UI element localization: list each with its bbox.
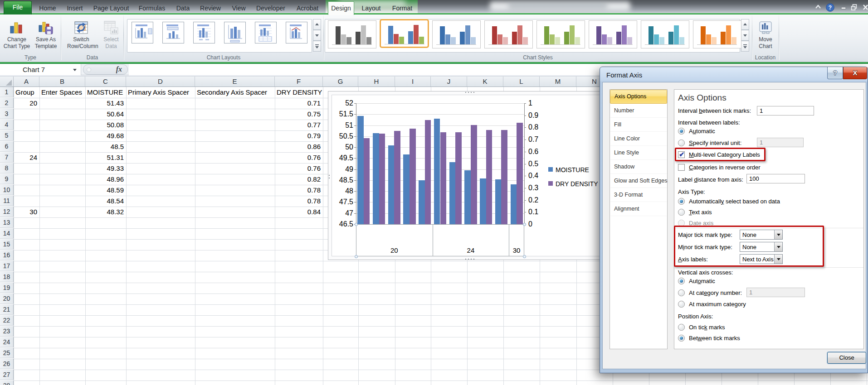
row-header-10[interactable]: 10 [0,185,14,195]
cell-E1[interactable]: Secondary Axis Spacer [197,88,273,96]
cell-F12[interactable]: 0.84 [277,208,321,216]
categories-reverse-checkbox[interactable] [678,164,685,171]
nav-line-style[interactable]: Line Style [610,146,667,160]
row-header-18[interactable]: 18 [0,272,14,282]
chart-style-orange[interactable] [693,20,741,48]
chart-layout-thumb-3[interactable] [193,22,215,43]
interval-ticks-input[interactable]: 1 [757,106,814,116]
window-restore-button[interactable] [849,3,859,12]
cell-C4[interactable]: 50.08 [87,121,124,129]
row-header-26[interactable]: 26 [0,359,14,369]
nav-shadow[interactable]: Shadow [610,160,667,174]
cell-F3[interactable]: 0.75 [277,110,321,118]
specify-interval-radio[interactable] [678,140,685,146]
column-header-K[interactable]: K [467,77,503,87]
row-header-5[interactable]: 5 [0,130,14,141]
minimize-ribbon-button[interactable] [813,3,823,12]
row-header-25[interactable]: 25 [0,348,14,358]
cell-F5[interactable]: 0.79 [277,132,321,140]
tab-view[interactable]: View [227,1,250,13]
cell-C5[interactable]: 49.68 [87,132,124,140]
chart-styles-scroll-up-button[interactable] [741,19,749,30]
chart-layouts-scroll-more-button[interactable] [313,41,321,52]
column-header-B[interactable]: B [39,77,85,87]
bar-dry-density-2[interactable] [379,134,385,224]
nav-fill[interactable]: Fill [610,118,667,132]
row-header-16[interactable]: 16 [0,250,14,260]
bar-moisture-7[interactable] [449,162,456,224]
cell-F8[interactable]: 0.76 [277,164,321,172]
nav-number[interactable]: Number [610,104,667,118]
chart-style-green[interactable] [536,20,585,48]
row-header-20[interactable]: 20 [0,294,14,304]
bar-dry-density-3[interactable] [394,131,400,224]
select-all-corner[interactable] [0,77,14,87]
tab-acrobat[interactable]: Acrobat [292,1,323,13]
column-header-A[interactable]: A [14,77,39,87]
column-header-L[interactable]: L [503,77,540,87]
tab-layout[interactable]: Layout [357,1,385,13]
nav-3-d-format[interactable]: 3-D Format [610,188,667,202]
bar-moisture-3[interactable] [388,145,395,224]
row-header-3[interactable]: 3 [0,109,14,119]
column-header-G[interactable]: G [323,77,358,87]
row-header-11[interactable]: 11 [0,196,14,206]
bar-dry-density-6[interactable] [440,132,447,224]
cell-C12[interactable]: 48.32 [87,208,124,216]
chart-styles-scroll-more-button[interactable] [741,41,749,52]
chart-layout-thumb-1[interactable] [132,22,153,43]
chart-styles-scroll-down-button[interactable] [741,30,749,41]
row-header-6[interactable]: 6 [0,141,14,152]
nav-axis-options[interactable]: Axis Options [610,90,667,104]
cell-D1[interactable]: Primary Axis Spacer [128,88,193,96]
tab-home[interactable]: Home [36,1,59,13]
bar-dry-density-1[interactable] [364,138,370,224]
move-chart-button[interactable]: MoveChart [751,16,780,60]
bar-moisture-11[interactable] [511,184,517,224]
row-header-22[interactable]: 22 [0,315,14,326]
cell-F1[interactable]: DRY DENSITY [277,88,321,96]
column-header-J[interactable]: J [431,77,467,87]
bar-moisture-10[interactable] [495,179,502,224]
bar-dry-density-5[interactable] [425,120,431,224]
on-tick-marks-radio[interactable] [678,324,685,331]
row-header-4[interactable]: 4 [0,120,14,130]
bar-moisture-2[interactable] [373,133,379,224]
cell-C2[interactable]: 51.43 [87,99,124,107]
label-distance-input[interactable]: 100 [746,174,805,183]
cell-A12[interactable]: 30 [15,208,37,216]
row-header-2[interactable]: 2 [0,98,14,108]
chart-style-teal[interactable] [641,20,689,48]
chart-layout-thumb-5[interactable] [255,22,277,43]
row-header-1[interactable]: 1 [0,87,14,97]
name-box-dropdown-icon[interactable] [73,69,77,71]
row-header-14[interactable]: 14 [0,228,14,239]
tab-file[interactable]: File [4,1,32,14]
cell-C8[interactable]: 49.33 [87,164,124,172]
help-button[interactable]: ? [825,3,834,12]
chart-style-blue[interactable] [432,20,481,48]
cell-F9[interactable]: 0.82 [277,175,321,183]
bar-moisture-6[interactable] [434,119,440,225]
tab-design[interactable]: Design [328,1,354,15]
cell-A2[interactable]: 20 [15,99,37,107]
chart-style-red[interactable] [484,20,533,48]
embedded-chart[interactable]: 5251.55150.55049.54948.54847.54746.510.9… [328,91,603,260]
dialog-close-x-button[interactable]: X [843,67,867,79]
tab-formulas[interactable]: Formulas [135,1,169,13]
auto-select-radio[interactable] [678,198,685,205]
bar-moisture-1[interactable] [357,116,364,224]
tab-data[interactable]: Data [172,1,194,13]
bar-dry-density-4[interactable] [410,129,416,224]
nav-glow-and-soft-edges[interactable]: Glow and Soft Edges [610,174,667,188]
cell-C10[interactable]: 48.59 [87,186,124,194]
cell-C6[interactable]: 48.5 [87,143,124,150]
insert-function-area[interactable]: fx [83,64,128,75]
chart-layout-thumb-4[interactable] [224,22,246,43]
row-header-9[interactable]: 9 [0,174,14,184]
bar-moisture-4[interactable] [403,154,410,224]
change-chart-type-button[interactable]: ChangeChart Type [3,16,31,60]
cell-C7[interactable]: 51.31 [87,154,124,161]
row-header-13[interactable]: 13 [0,217,14,228]
text-axis-radio[interactable] [678,209,685,216]
